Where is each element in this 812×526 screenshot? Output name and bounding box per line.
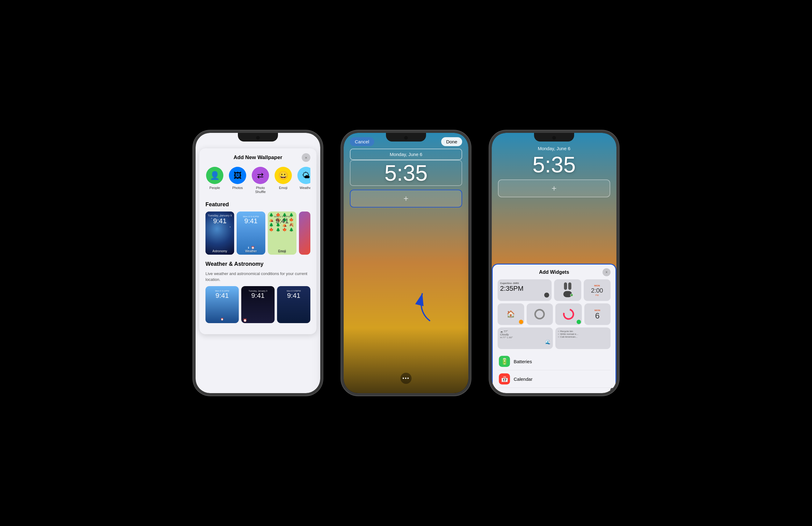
- batteries-icon: 🔋: [499, 356, 510, 367]
- ls-time: 5:35: [350, 162, 462, 184]
- ls-date: Monday, June 6: [353, 150, 459, 158]
- phone2-screen: Cancel Done Monday, June 6 5:35 + •••: [344, 133, 468, 393]
- phone3-screen: Monday, June 6 5:35 + Add Widgets × Cupe…: [492, 133, 617, 393]
- calendar-icon: 📅: [499, 373, 510, 385]
- widget-plus-icon: +: [404, 194, 408, 204]
- photo-shuffle-icon: ⇄: [252, 167, 269, 184]
- phone-1: Add New Wallpaper × 👤 People 🖼 Photos ⇄ …: [193, 131, 323, 395]
- batteries-list-item[interactable]: 🔋 Batteries: [498, 353, 611, 370]
- photos-icon: 🖼: [229, 167, 246, 184]
- weather-item-1[interactable]: Mon 6 9:14PM 9:41 ⏰: [205, 286, 239, 323]
- weather-wide-widget[interactable]: ☁ 77° Cloudy H:77° L:60° 🌊: [498, 328, 553, 349]
- add-widgets-panel: Add Widgets × Cupertino -3HRS 2:35PM: [492, 264, 617, 393]
- astronomy-time: Tuesday, January 9: [205, 214, 234, 217]
- widget-row-1: Cupertino -3HRS 2:35PM MON: [498, 279, 611, 301]
- modal-close-button[interactable]: ×: [302, 153, 310, 162]
- phone3-time: 5:35: [492, 153, 617, 176]
- emoji-clock: 9:41: [268, 217, 296, 225]
- weather-featured-label: Weather: [237, 250, 265, 253]
- calendar-list-item[interactable]: 📅 Calendar: [498, 370, 611, 388]
- phone1-screen: Add New Wallpaper × 👤 People 🖼 Photos ⇄ …: [195, 133, 320, 393]
- photos-label: Photos: [232, 186, 243, 190]
- wallpaper-types-row: 👤 People 🖼 Photos ⇄ Photo Shuffle 😀 Emoj…: [205, 167, 310, 194]
- weather-label: Weather: [300, 186, 310, 190]
- blue-arrow: [411, 287, 436, 324]
- weather-clock-widget[interactable]: Cupertino -3HRS 2:35PM: [498, 279, 552, 301]
- camera-notch: [256, 136, 260, 140]
- camera-notch-3: [552, 136, 556, 140]
- emoji-featured-label: Emoji: [268, 250, 296, 253]
- featured-extra[interactable]: [299, 211, 310, 255]
- phone-2: Cancel Done Monday, June 6 5:35 + •••: [341, 131, 471, 395]
- weather-type-icon: 🌤: [298, 167, 310, 184]
- modal-title: Add New Wallpaper: [234, 154, 282, 161]
- astronomy-clock: 9:41: [205, 217, 234, 225]
- arrow-container: [411, 287, 436, 325]
- type-weather[interactable]: 🌤 Weather: [297, 167, 310, 194]
- calendar-day-widget[interactable]: MON 6: [584, 303, 611, 325]
- featured-astronomy[interactable]: Tuesday, January 9 9:41 Astronomy: [205, 211, 234, 255]
- type-photos[interactable]: 🖼 Photos: [228, 167, 247, 194]
- home-widget[interactable]: 🏠: [498, 303, 524, 325]
- three-dots[interactable]: •••: [401, 373, 411, 384]
- featured-section-title: Featured: [205, 201, 310, 208]
- photo-shuffle-label: Photo Shuffle: [251, 186, 270, 194]
- widget-area[interactable]: +: [350, 190, 462, 208]
- weather-item-2[interactable]: Tuesday, January 9 9:41 ⏰: [241, 286, 275, 323]
- activity-widget[interactable]: [555, 303, 582, 325]
- cancel-button[interactable]: Cancel: [350, 137, 374, 146]
- widget-row-3: ☁ 77° Cloudy H:77° L:60° 🌊 ○ Recycle bin…: [498, 328, 611, 349]
- emoji-label: Emoji: [279, 186, 288, 190]
- featured-emoji[interactable]: 🌲🍁🌲🌲 ⛺🍂🌲🍁 🌲🌲⛺🍂 🍁🌲🍁🌲 Mon 6 9:41PM 9:41 Em…: [268, 211, 296, 255]
- emoji-type-icon: 😀: [275, 167, 292, 184]
- phone3-widget-area[interactable]: +: [498, 179, 610, 197]
- weather-astronomy-title: Weather & Astronomy: [205, 261, 310, 267]
- people-label: People: [209, 186, 220, 190]
- modal-header: Add New Wallpaper ×: [205, 154, 310, 161]
- calendar-label: Calendar: [514, 376, 533, 382]
- featured-weather[interactable]: Mon 6 9:41PM 9:41 🌡⏰ Weather: [237, 211, 265, 255]
- calendar-mini-widget[interactable]: MON 2:00 PM: [584, 279, 611, 301]
- phone3-widget-plus: +: [552, 183, 556, 193]
- lockscreen-header: Cancel Done: [344, 133, 468, 149]
- gray-widget-1[interactable]: [527, 303, 553, 325]
- widget-row-2: 🏠 MON 6: [498, 303, 611, 325]
- batteries-label: Batteries: [514, 359, 532, 364]
- add-wallpaper-modal: Add New Wallpaper × 👤 People 🖼 Photos ⇄ …: [199, 148, 317, 334]
- reminders-widget[interactable]: ○ Recycle bin ○ Write nomad e... ○ Call …: [555, 328, 611, 349]
- featured-grid: Tuesday, January 9 9:41 Astronomy Mon 6 …: [205, 211, 310, 255]
- type-emoji[interactable]: 😀 Emoji: [274, 167, 292, 194]
- panel-title: Add Widgets: [539, 269, 569, 275]
- type-people[interactable]: 👤 People: [205, 167, 224, 194]
- date-box[interactable]: Monday, June 6: [350, 149, 462, 160]
- type-photo-shuffle[interactable]: ⇄ Photo Shuffle: [251, 167, 270, 194]
- panel-header: Add Widgets ×: [498, 269, 611, 275]
- done-button[interactable]: Done: [441, 137, 462, 146]
- weather-grid: Mon 6 9:14PM 9:41 ⏰ Tuesday, January 9 9…: [205, 286, 310, 323]
- astronomy-label: Astronomy: [205, 250, 234, 253]
- panel-close-button[interactable]: ×: [603, 268, 611, 276]
- weather-item-3[interactable]: Mon 6 9:58PM 9:41: [277, 286, 310, 323]
- weather-astronomy-desc: Live weather and astronomical conditions…: [205, 271, 310, 282]
- camera-notch-2: [404, 136, 408, 140]
- people-icon: 👤: [206, 167, 223, 184]
- phone-3: Monday, June 6 5:35 + Add Widgets × Cupe…: [489, 131, 619, 395]
- airpods-widget[interactable]: [554, 279, 581, 301]
- weather-astronomy-section: Weather & Astronomy Live weather and ast…: [205, 261, 310, 323]
- weather-clock: 9:41: [237, 217, 265, 225]
- time-box[interactable]: 5:35: [350, 160, 462, 186]
